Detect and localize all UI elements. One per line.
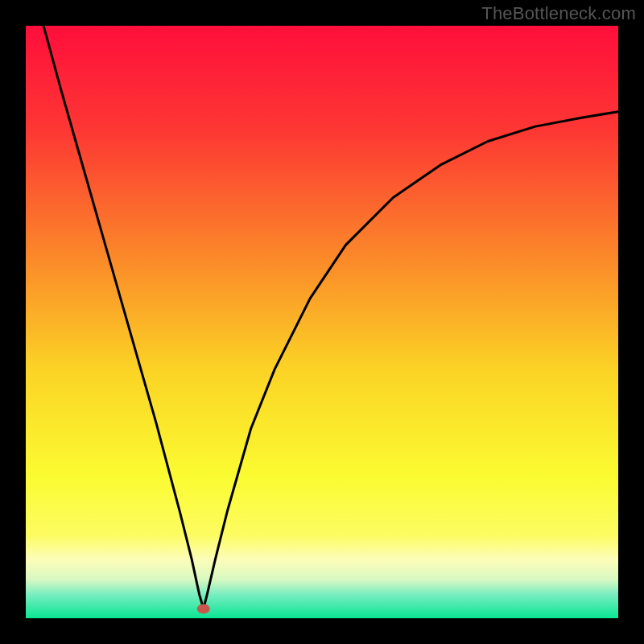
chart-svg bbox=[26, 26, 618, 618]
plot-area bbox=[26, 26, 618, 618]
chart-container: TheBottleneck.com bbox=[0, 0, 644, 644]
watermark-text: TheBottleneck.com bbox=[481, 3, 636, 24]
marker-dot bbox=[197, 604, 210, 613]
gradient-background bbox=[26, 26, 618, 618]
